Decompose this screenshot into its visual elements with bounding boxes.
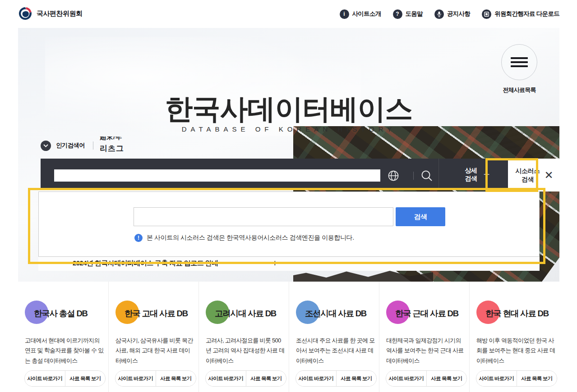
db-card-buttons: 사이트 바로가기 사료 목록 보기 [205,370,286,387]
divider [413,172,414,180]
nav-help[interactable]: ? 도움말 [393,9,423,19]
db-card: 한국 고대 사료 DB 삼국사기, 삼국유사를 비롯 목간사료, 해외 고대 한… [108,282,198,392]
divider [93,141,93,150]
db-card-title: 고려시대 사료 DB [215,308,276,319]
db-card-title: 한국사 총설 DB [34,308,88,319]
thesaurus-toggle-label: 시소러스 검색 [515,167,540,183]
info-icon: ! [134,234,143,242]
government-logo-icon [18,6,32,21]
db-card: 한국사 총설 DB 고대에서 현대에 이르기까지의 연표 및 학술자료를 찾아볼… [18,282,108,392]
popular-search-row: 인기검색어 趙末/年 리츠그 [41,136,143,155]
all-sources-menu: 전체사료목록 [501,44,537,94]
nav-label: 공지사항 [447,10,470,18]
db-card-description: 고대에서 현대에 이르기까지의 연표 및 학술자료를 찾아볼 수 있는 총설 데… [25,336,104,366]
notice-bullet: — [52,259,59,267]
search-icon[interactable] [420,169,434,183]
source-list-button[interactable]: 사료 목록 보기 [336,371,377,386]
db-card-title: 한국 고대 사료 DB [125,308,188,319]
db-card-title: 한국 근대 사료 DB [395,308,458,319]
page-title: 한국사데이터베이스 [18,90,559,128]
db-card-description: 대한제국과 일제강점기 시기의 역사를 보여주는 한국 근대 사료 데이터베이스 [386,336,466,366]
db-card: 조선시대 사료 DB 조선시대 주요 사료를 한 곳에 모아서 보여주는 조선시… [289,282,379,392]
site-link-button[interactable]: 사이트 바로가기 [25,371,65,386]
site-link-button[interactable]: 사이트 바로가기 [115,371,156,386]
globe-icon[interactable] [386,169,401,183]
db-card-buttons: 사이트 바로가기 사료 목록 보기 [24,370,106,387]
thesaurus-search-button[interactable]: 검색 [396,207,445,226]
help-icon: ? [393,9,402,19]
detail-search-label: 상세 검색 [465,166,477,182]
announcement-icon [434,9,444,19]
db-card: 한국 현대 사료 DB 해방 이후 역동적이었던 한국 사회를 보여주는 현대 … [469,282,559,392]
source-list-button[interactable]: 사료 목록 보기 [156,371,196,386]
db-card-buttons: 사이트 바로가기 사료 목록 보기 [115,370,196,387]
detail-search-button[interactable]: 상세 검색 + [447,159,508,190]
hero-banner: 전체사료목록 한국사데이터베이스 DATABASE OF KOREAN HIST… [18,28,559,282]
download-icon [482,9,491,19]
thesaurus-info-row: ! 본 사이트의 시소러스 검색은 한국역사용어시소러스 검색엔진을 이용합니다… [134,234,354,242]
db-card-description: 삼국사기, 삼국유사를 비롯 목간사료, 해외 고대 한국 사료 데이터베이스 [115,336,195,366]
top-header: 국사편찬위원회 i 사이트소개 ? 도움말 공지사항 위원회간행자료 다운로드 [0,0,577,28]
hamburger-menu-button[interactable] [501,44,537,80]
notice-accordion-row[interactable]: — 2024년 한국사데이터베이스 구축 자료 업로드 안내 + [38,255,540,271]
nav-label: 도움말 [406,10,423,18]
db-cards-section: 한국사 총설 DB 고대에서 현대에 이르기까지의 연표 및 학술자료를 찾아볼… [0,282,577,392]
chevron-down-icon [43,144,48,147]
thesaurus-info-text: 본 사이트의 시소러스 검색은 한국역사용어시소러스 검색엔진을 이용합니다. [147,234,354,242]
main-search-bar: 상세 검색 + 시소러스 검색 ✕ [41,159,537,190]
top-nav: i 사이트소개 ? 도움말 공지사항 위원회간행자료 다운로드 [340,0,559,28]
site-link-button[interactable]: 사이트 바로가기 [476,371,517,386]
nav-label: 위원회간행자료 다운로드 [494,10,559,18]
nav-download[interactable]: 위원회간행자료 다운로드 [482,9,559,19]
popular-expand-button[interactable] [41,141,51,151]
source-list-button[interactable]: 사료 목록 보기 [65,371,106,386]
thesaurus-search-popup: 검색 ! 본 사이트의 시소러스 검색은 한국역사용어시소러스 검색엔진을 이용… [38,191,540,257]
thesaurus-search-toggle[interactable]: 시소러스 검색 ✕ [508,159,559,191]
info-icon: i [340,9,349,19]
site-logo[interactable]: 국사편찬위원회 [18,6,83,21]
db-card-buttons: 사이트 바로가기 사료 목록 보기 [476,370,557,387]
nav-label: 사이트소개 [352,10,381,18]
site-link-button[interactable]: 사이트 바로가기 [206,371,246,386]
page-subtitle: DATABASE OF KOREAN HISTORY [18,125,559,133]
db-card-buttons: 사이트 바로가기 사료 목록 보기 [386,370,467,387]
db-card: 고려시대 사료 DB 고려사, 고려사절요를 비롯 500년 고려의 역사 집대… [198,282,289,392]
db-card-description: 해방 이후 역동적이었던 한국 사회를 보여주는 현대 중요 사료 데이터베이스 [476,336,556,366]
db-card: 한국 근대 사료 DB 대한제국과 일제강점기 시기의 역사를 보여주는 한국 … [379,282,469,392]
popular-term: 리츠그 [100,143,124,154]
db-card-description: 고려사, 고려사절요를 비롯 500년 고려의 역사 집대성한 사료 데이터베이… [206,336,285,366]
source-list-button[interactable]: 사료 목록 보기 [517,371,557,386]
hamburger-icon [511,57,528,67]
popular-search-label: 인기검색어 [56,141,85,150]
db-card-title: 조선시대 사료 DB [305,308,366,319]
db-card-title: 한국 현대 사료 DB [485,308,549,319]
expand-icon[interactable]: + [272,258,277,269]
plus-icon: + [483,169,489,180]
popular-terms-ticker[interactable]: 趙末/年 리츠그 [100,137,143,155]
nav-site-intro[interactable]: i 사이트소개 [340,9,381,19]
source-list-button[interactable]: 사료 목록 보기 [246,371,286,386]
divider [439,159,439,190]
logo-label: 국사편찬위원회 [37,9,83,18]
nav-notices[interactable]: 공지사항 [434,9,470,19]
db-card-buttons: 사이트 바로가기 사료 목록 보기 [295,370,377,387]
db-card-description: 조선시대 주요 사료를 한 곳에 모아서 보여주는 조선시대 사료 데이터베이스 [296,336,375,366]
source-list-button[interactable]: 사료 목록 보기 [426,371,467,386]
main-search-input[interactable] [54,169,380,182]
popular-term: 趙末/年 [100,137,122,141]
notice-text: 2024년 한국사데이터베이스 구축 자료 업로드 안내 [73,259,218,268]
close-icon: ✕ [544,170,553,181]
thesaurus-search-input[interactable] [134,207,393,226]
site-link-button[interactable]: 사이트 바로가기 [386,371,426,386]
site-link-button[interactable]: 사이트 바로가기 [296,371,336,386]
